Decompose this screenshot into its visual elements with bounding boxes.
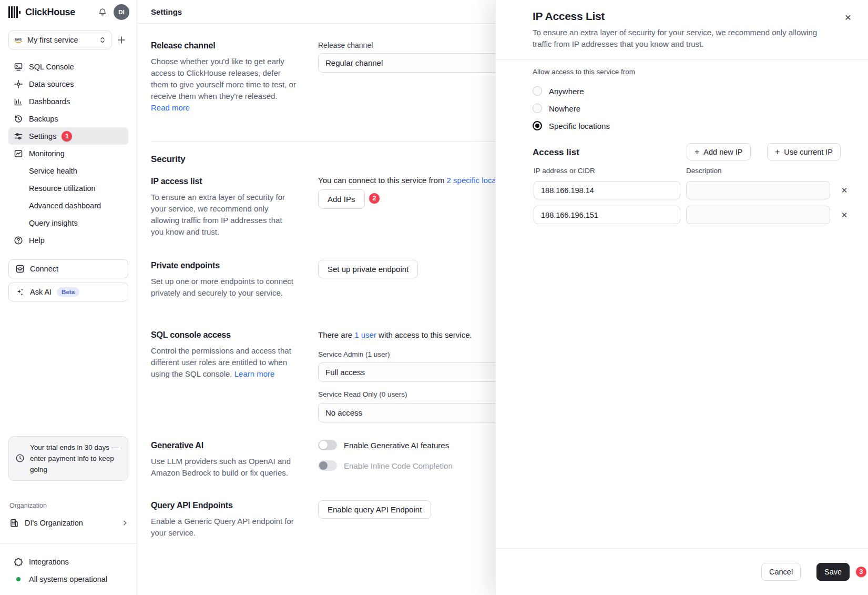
annotation-step-badge-2: 2 bbox=[369, 193, 380, 204]
organization-selector[interactable]: DI's Organization bbox=[9, 515, 128, 531]
sql-console-access-description: Control the permissions and access that … bbox=[151, 345, 302, 380]
connect-icon bbox=[15, 264, 25, 274]
add-service-button[interactable] bbox=[117, 34, 129, 46]
annotation-step-badge-3: 3 bbox=[856, 567, 866, 577]
setup-private-endpoint-button[interactable]: Set up private endpoint bbox=[318, 260, 418, 278]
learn-more-link[interactable]: Learn more bbox=[234, 369, 275, 378]
use-current-ip-button[interactable]: + Use current IP bbox=[767, 143, 841, 160]
service-readonly-select[interactable]: No access bbox=[318, 403, 500, 422]
generative-ai-toggle[interactable] bbox=[318, 440, 337, 450]
settings-sliders-icon bbox=[14, 132, 23, 141]
description-input-row-2[interactable] bbox=[686, 206, 830, 224]
sidebar-divider bbox=[0, 543, 137, 543]
sidebar-item-query-insights[interactable]: Query insights bbox=[8, 214, 128, 231]
clickhouse-logo-icon bbox=[8, 6, 21, 18]
release-channel-title: Release channel bbox=[151, 41, 215, 51]
ip-access-status: You can connect to this service from 2 s… bbox=[318, 176, 513, 185]
radio-specific-locations[interactable]: Specific locations bbox=[533, 121, 610, 130]
user-avatar[interactable]: DI bbox=[114, 4, 129, 20]
radio-circle-icon bbox=[533, 104, 542, 113]
delete-row-1-icon[interactable]: ✕ bbox=[838, 184, 851, 197]
notifications-bell-icon[interactable] bbox=[98, 7, 107, 17]
sql-console-icon bbox=[14, 62, 23, 72]
generative-ai-description: Use LLM providers such as OpenAI and Ama… bbox=[151, 456, 303, 479]
ip-access-list-panel: IP Access List × To ensure an extra laye… bbox=[495, 0, 868, 595]
release-channel-description: Choose whether you'd like to get early a… bbox=[151, 56, 296, 114]
radio-anywhere[interactable]: Anywhere bbox=[533, 86, 584, 96]
panel-title: IP Access List bbox=[533, 10, 605, 23]
add-ips-button[interactable]: Add IPs bbox=[318, 189, 365, 209]
service-selector[interactable]: aws My first service bbox=[8, 31, 111, 49]
generative-ai-toggle-row: Enable Generative AI features bbox=[318, 440, 449, 450]
sidebar-item-integrations[interactable]: Integrations bbox=[8, 553, 128, 570]
sidebar-nav: SQL Console Data sources Dashboards Back… bbox=[3, 58, 134, 249]
sidebar-item-dashboards[interactable]: Dashboards bbox=[8, 93, 128, 110]
radio-checked-icon bbox=[533, 121, 542, 130]
ip-input-row-2[interactable] bbox=[534, 206, 680, 224]
monitoring-icon bbox=[14, 149, 23, 158]
app-name: ClickHouse bbox=[25, 7, 75, 18]
service-admin-select[interactable]: Full access bbox=[318, 362, 500, 382]
delete-row-2-icon[interactable]: ✕ bbox=[838, 209, 851, 221]
clock-icon bbox=[15, 453, 25, 463]
enable-query-api-button[interactable]: Enable query API Endpoint bbox=[318, 500, 431, 519]
ip-column-label: IP address or CIDR bbox=[534, 167, 595, 175]
access-list-title: Access list bbox=[533, 147, 579, 158]
puzzle-icon bbox=[14, 557, 23, 567]
sidebar-item-service-health[interactable]: Service health bbox=[8, 162, 128, 179]
inline-code-toggle-row: Enable Inline Code Completion bbox=[318, 460, 453, 471]
sidebar-header: ClickHouse DI bbox=[0, 0, 137, 24]
ip-access-list-title: IP access list bbox=[151, 177, 202, 186]
panel-divider bbox=[496, 59, 868, 60]
help-icon bbox=[14, 236, 23, 245]
release-channel-select[interactable]: Regular channel bbox=[318, 53, 500, 73]
one-user-link[interactable]: 1 user bbox=[354, 330, 376, 339]
sidebar-item-data-sources[interactable]: Data sources bbox=[8, 75, 128, 93]
ask-ai-button[interactable]: Ask AI Beta bbox=[8, 283, 128, 301]
plus-icon: + bbox=[695, 147, 699, 157]
organization-label: Organization bbox=[9, 502, 128, 509]
add-new-ip-button[interactable]: + Add new IP bbox=[687, 143, 751, 160]
sidebar-item-backups[interactable]: Backups bbox=[8, 110, 128, 127]
description-input-row-1[interactable] bbox=[686, 181, 830, 199]
generative-ai-title: Generative AI bbox=[151, 441, 203, 450]
data-sources-icon bbox=[14, 79, 23, 89]
svg-text:aws: aws bbox=[15, 37, 22, 41]
page-title: Settings bbox=[151, 7, 182, 16]
beta-badge: Beta bbox=[57, 287, 79, 297]
service-selector-value: My first service bbox=[27, 36, 95, 44]
aws-icon: aws bbox=[14, 37, 23, 44]
dashboards-icon bbox=[14, 97, 23, 106]
backups-icon bbox=[14, 114, 23, 124]
radio-nowhere[interactable]: Nowhere bbox=[533, 104, 580, 113]
connect-button[interactable]: Connect bbox=[8, 259, 128, 278]
sidebar-item-sql-console[interactable]: SQL Console bbox=[8, 58, 128, 75]
release-channel-field-label: Release channel bbox=[318, 41, 373, 49]
close-icon[interactable]: × bbox=[845, 12, 851, 23]
chevron-updown-icon bbox=[99, 36, 106, 44]
sidebar-item-monitoring[interactable]: Monitoring bbox=[8, 145, 128, 162]
building-icon bbox=[9, 518, 19, 528]
chevron-right-icon bbox=[122, 520, 128, 526]
save-button[interactable]: Save bbox=[816, 563, 850, 581]
annotation-step-badge-1: 1 bbox=[62, 131, 72, 142]
private-endpoints-description: Set up one or more endpoints to connect … bbox=[151, 276, 303, 299]
cancel-button[interactable]: Cancel bbox=[761, 563, 801, 581]
sidebar-item-settings[interactable]: Settings 1 bbox=[8, 127, 128, 145]
allow-access-label: Allow access to this service from bbox=[533, 68, 635, 76]
sql-access-status: There are 1 user with access to this ser… bbox=[318, 330, 472, 339]
security-section-title: Security bbox=[151, 154, 186, 165]
sidebar: ClickHouse DI aws My first service SQL C… bbox=[0, 0, 137, 595]
sql-console-access-title: SQL console access bbox=[151, 330, 231, 340]
sidebar-item-help[interactable]: Help bbox=[8, 231, 128, 249]
radio-circle-icon bbox=[533, 86, 542, 96]
private-endpoints-title: Private endpoints bbox=[151, 261, 220, 270]
service-readonly-label: Service Read Only (0 users) bbox=[318, 390, 407, 398]
ip-input-row-1[interactable] bbox=[534, 181, 680, 199]
query-api-endpoints-title: Query API Endpoints bbox=[151, 501, 233, 510]
sidebar-item-resource-utilization[interactable]: Resource utilization bbox=[8, 179, 128, 197]
inline-code-completion-toggle[interactable] bbox=[318, 460, 337, 471]
read-more-link[interactable]: Read more bbox=[151, 103, 190, 112]
sidebar-item-advanced-dashboard[interactable]: Advanced dashboard bbox=[8, 197, 128, 214]
system-status[interactable]: All systems operational bbox=[8, 570, 128, 588]
